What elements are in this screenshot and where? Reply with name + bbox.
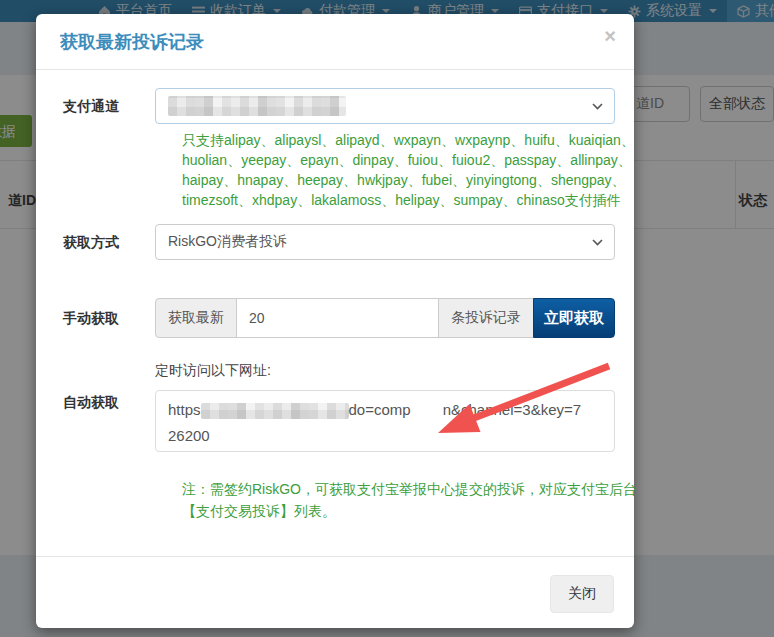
manual-fetch-row: 手动获取 获取最新 条投诉记录 立即获取 xyxy=(63,298,615,338)
payment-channel-select[interactable] xyxy=(155,88,615,124)
auto-fetch-label: 自动获取 xyxy=(63,362,155,452)
modal-header: 获取最新投诉记录 × xyxy=(36,14,634,70)
fetch-method-row: 获取方式 RiskGO消费者投诉 xyxy=(63,224,615,260)
url-tail: n&channel=3&key=7 xyxy=(443,401,581,418)
auto-fetch-hint: 定时访问以下网址: xyxy=(155,362,615,380)
payment-channel-label: 支付通道 xyxy=(63,88,155,124)
censored-channel-value xyxy=(168,96,346,116)
url-line2: 26200 xyxy=(168,423,602,449)
complaint-count-input[interactable] xyxy=(236,298,439,338)
payment-channel-row: 支付通道 xyxy=(63,88,615,124)
close-button[interactable]: 关闭 xyxy=(550,575,614,613)
chevron-down-icon xyxy=(592,103,603,110)
fetch-now-button[interactable]: 立即获取 xyxy=(533,298,615,338)
auto-fetch-url-box: httpsdo=compn&channel=3&key=7 26200 xyxy=(155,390,615,452)
supported-channels-help: 只支持alipay、alipaysl、alipayd、wxpayn、wxpayn… xyxy=(182,130,652,210)
fetch-method-value: RiskGO消费者投诉 xyxy=(168,233,287,251)
modal-title: 获取最新投诉记录 xyxy=(60,30,204,54)
auto-fetch-row: 自动获取 定时访问以下网址: httpsdo=compn&channel=3&k… xyxy=(63,362,615,452)
records-suffix-addon: 条投诉记录 xyxy=(438,298,534,338)
modal-footer: 关闭 xyxy=(36,556,634,628)
fetch-latest-addon: 获取最新 xyxy=(155,298,237,338)
manual-fetch-label: 手动获取 xyxy=(63,298,155,338)
manual-fetch-input-group: 获取最新 条投诉记录 立即获取 xyxy=(155,298,615,338)
riskgo-note: 注：需签约RiskGO，可获取支付宝举报中心提交的投诉，对应支付宝后台【支付交易… xyxy=(182,478,652,522)
close-icon[interactable]: × xyxy=(604,26,616,46)
url-mid: do=comp xyxy=(349,401,411,418)
get-complaints-modal: 获取最新投诉记录 × 支付通道 只支持alipay、alipaysl、alipa… xyxy=(36,14,634,628)
fetch-method-select[interactable]: RiskGO消费者投诉 xyxy=(155,224,615,260)
chevron-down-icon xyxy=(592,239,603,246)
url-prefix: https xyxy=(168,401,201,418)
fetch-method-label: 获取方式 xyxy=(63,224,155,260)
censored-url-segment xyxy=(201,403,349,419)
